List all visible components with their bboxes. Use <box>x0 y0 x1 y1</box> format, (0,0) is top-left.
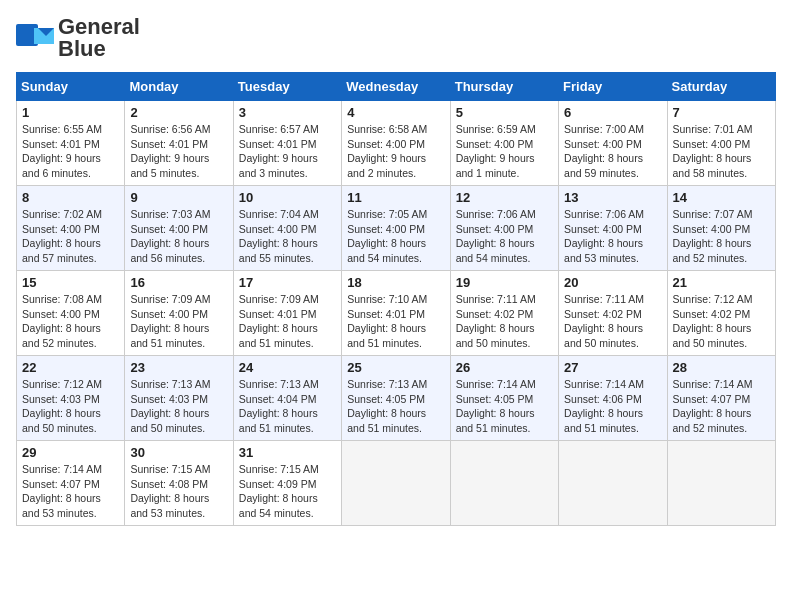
calendar-cell: 28Sunrise: 7:14 AM Sunset: 4:07 PM Dayli… <box>667 356 775 441</box>
day-number: 5 <box>456 105 553 120</box>
day-number: 19 <box>456 275 553 290</box>
calendar-week-row: 22Sunrise: 7:12 AM Sunset: 4:03 PM Dayli… <box>17 356 776 441</box>
day-info: Sunrise: 7:00 AM Sunset: 4:00 PM Dayligh… <box>564 122 661 181</box>
day-number: 25 <box>347 360 444 375</box>
logo-icon <box>16 24 54 52</box>
day-number: 11 <box>347 190 444 205</box>
calendar-week-row: 29Sunrise: 7:14 AM Sunset: 4:07 PM Dayli… <box>17 441 776 526</box>
calendar-cell <box>559 441 667 526</box>
day-info: Sunrise: 7:13 AM Sunset: 4:03 PM Dayligh… <box>130 377 227 436</box>
day-number: 22 <box>22 360 119 375</box>
calendar-cell: 13Sunrise: 7:06 AM Sunset: 4:00 PM Dayli… <box>559 186 667 271</box>
day-number: 13 <box>564 190 661 205</box>
day-number: 18 <box>347 275 444 290</box>
day-info: Sunrise: 7:05 AM Sunset: 4:00 PM Dayligh… <box>347 207 444 266</box>
calendar-cell: 8Sunrise: 7:02 AM Sunset: 4:00 PM Daylig… <box>17 186 125 271</box>
calendar-cell: 31Sunrise: 7:15 AM Sunset: 4:09 PM Dayli… <box>233 441 341 526</box>
calendar-cell: 16Sunrise: 7:09 AM Sunset: 4:00 PM Dayli… <box>125 271 233 356</box>
day-info: Sunrise: 6:59 AM Sunset: 4:00 PM Dayligh… <box>456 122 553 181</box>
calendar-cell: 10Sunrise: 7:04 AM Sunset: 4:00 PM Dayli… <box>233 186 341 271</box>
calendar-header-row: SundayMondayTuesdayWednesdayThursdayFrid… <box>17 73 776 101</box>
day-info: Sunrise: 7:15 AM Sunset: 4:08 PM Dayligh… <box>130 462 227 521</box>
day-number: 29 <box>22 445 119 460</box>
day-info: Sunrise: 7:13 AM Sunset: 4:04 PM Dayligh… <box>239 377 336 436</box>
day-number: 4 <box>347 105 444 120</box>
calendar-week-row: 1Sunrise: 6:55 AM Sunset: 4:01 PM Daylig… <box>17 101 776 186</box>
day-info: Sunrise: 7:01 AM Sunset: 4:00 PM Dayligh… <box>673 122 770 181</box>
day-info: Sunrise: 7:13 AM Sunset: 4:05 PM Dayligh… <box>347 377 444 436</box>
calendar-cell: 6Sunrise: 7:00 AM Sunset: 4:00 PM Daylig… <box>559 101 667 186</box>
col-header-sunday: Sunday <box>17 73 125 101</box>
calendar-cell: 5Sunrise: 6:59 AM Sunset: 4:00 PM Daylig… <box>450 101 558 186</box>
day-info: Sunrise: 7:07 AM Sunset: 4:00 PM Dayligh… <box>673 207 770 266</box>
calendar-week-row: 15Sunrise: 7:08 AM Sunset: 4:00 PM Dayli… <box>17 271 776 356</box>
day-info: Sunrise: 7:14 AM Sunset: 4:06 PM Dayligh… <box>564 377 661 436</box>
calendar-cell: 1Sunrise: 6:55 AM Sunset: 4:01 PM Daylig… <box>17 101 125 186</box>
day-number: 20 <box>564 275 661 290</box>
col-header-thursday: Thursday <box>450 73 558 101</box>
day-number: 24 <box>239 360 336 375</box>
logo-blue: Blue <box>58 36 106 61</box>
day-number: 17 <box>239 275 336 290</box>
calendar-cell: 2Sunrise: 6:56 AM Sunset: 4:01 PM Daylig… <box>125 101 233 186</box>
calendar-cell <box>667 441 775 526</box>
day-info: Sunrise: 7:14 AM Sunset: 4:07 PM Dayligh… <box>22 462 119 521</box>
day-info: Sunrise: 7:04 AM Sunset: 4:00 PM Dayligh… <box>239 207 336 266</box>
day-info: Sunrise: 7:12 AM Sunset: 4:03 PM Dayligh… <box>22 377 119 436</box>
calendar-cell: 18Sunrise: 7:10 AM Sunset: 4:01 PM Dayli… <box>342 271 450 356</box>
day-info: Sunrise: 7:06 AM Sunset: 4:00 PM Dayligh… <box>456 207 553 266</box>
page-header: General Blue <box>16 16 776 60</box>
col-header-tuesday: Tuesday <box>233 73 341 101</box>
calendar-cell: 23Sunrise: 7:13 AM Sunset: 4:03 PM Dayli… <box>125 356 233 441</box>
calendar-cell: 3Sunrise: 6:57 AM Sunset: 4:01 PM Daylig… <box>233 101 341 186</box>
col-header-friday: Friday <box>559 73 667 101</box>
day-info: Sunrise: 7:02 AM Sunset: 4:00 PM Dayligh… <box>22 207 119 266</box>
day-number: 12 <box>456 190 553 205</box>
day-number: 7 <box>673 105 770 120</box>
col-header-monday: Monday <box>125 73 233 101</box>
day-number: 26 <box>456 360 553 375</box>
calendar-cell: 11Sunrise: 7:05 AM Sunset: 4:00 PM Dayli… <box>342 186 450 271</box>
day-number: 28 <box>673 360 770 375</box>
day-info: Sunrise: 7:11 AM Sunset: 4:02 PM Dayligh… <box>456 292 553 351</box>
day-info: Sunrise: 7:11 AM Sunset: 4:02 PM Dayligh… <box>564 292 661 351</box>
calendar-cell: 4Sunrise: 6:58 AM Sunset: 4:00 PM Daylig… <box>342 101 450 186</box>
day-number: 2 <box>130 105 227 120</box>
day-number: 30 <box>130 445 227 460</box>
calendar-cell <box>342 441 450 526</box>
day-info: Sunrise: 7:14 AM Sunset: 4:07 PM Dayligh… <box>673 377 770 436</box>
col-header-wednesday: Wednesday <box>342 73 450 101</box>
calendar-cell: 19Sunrise: 7:11 AM Sunset: 4:02 PM Dayli… <box>450 271 558 356</box>
day-number: 9 <box>130 190 227 205</box>
day-info: Sunrise: 7:09 AM Sunset: 4:01 PM Dayligh… <box>239 292 336 351</box>
calendar-cell: 20Sunrise: 7:11 AM Sunset: 4:02 PM Dayli… <box>559 271 667 356</box>
calendar-cell: 25Sunrise: 7:13 AM Sunset: 4:05 PM Dayli… <box>342 356 450 441</box>
calendar-cell: 27Sunrise: 7:14 AM Sunset: 4:06 PM Dayli… <box>559 356 667 441</box>
day-info: Sunrise: 6:56 AM Sunset: 4:01 PM Dayligh… <box>130 122 227 181</box>
day-info: Sunrise: 7:15 AM Sunset: 4:09 PM Dayligh… <box>239 462 336 521</box>
day-info: Sunrise: 7:03 AM Sunset: 4:00 PM Dayligh… <box>130 207 227 266</box>
day-info: Sunrise: 7:14 AM Sunset: 4:05 PM Dayligh… <box>456 377 553 436</box>
col-header-saturday: Saturday <box>667 73 775 101</box>
day-number: 10 <box>239 190 336 205</box>
calendar-cell <box>450 441 558 526</box>
day-number: 1 <box>22 105 119 120</box>
calendar-cell: 7Sunrise: 7:01 AM Sunset: 4:00 PM Daylig… <box>667 101 775 186</box>
day-number: 27 <box>564 360 661 375</box>
day-info: Sunrise: 7:06 AM Sunset: 4:00 PM Dayligh… <box>564 207 661 266</box>
calendar-cell: 15Sunrise: 7:08 AM Sunset: 4:00 PM Dayli… <box>17 271 125 356</box>
calendar-cell: 21Sunrise: 7:12 AM Sunset: 4:02 PM Dayli… <box>667 271 775 356</box>
day-number: 16 <box>130 275 227 290</box>
calendar-cell: 12Sunrise: 7:06 AM Sunset: 4:00 PM Dayli… <box>450 186 558 271</box>
day-number: 6 <box>564 105 661 120</box>
calendar-cell: 30Sunrise: 7:15 AM Sunset: 4:08 PM Dayli… <box>125 441 233 526</box>
day-info: Sunrise: 7:09 AM Sunset: 4:00 PM Dayligh… <box>130 292 227 351</box>
day-info: Sunrise: 7:10 AM Sunset: 4:01 PM Dayligh… <box>347 292 444 351</box>
day-number: 14 <box>673 190 770 205</box>
calendar-cell: 24Sunrise: 7:13 AM Sunset: 4:04 PM Dayli… <box>233 356 341 441</box>
logo: General Blue <box>16 16 140 60</box>
day-info: Sunrise: 6:57 AM Sunset: 4:01 PM Dayligh… <box>239 122 336 181</box>
calendar-cell: 17Sunrise: 7:09 AM Sunset: 4:01 PM Dayli… <box>233 271 341 356</box>
day-info: Sunrise: 7:12 AM Sunset: 4:02 PM Dayligh… <box>673 292 770 351</box>
calendar-cell: 9Sunrise: 7:03 AM Sunset: 4:00 PM Daylig… <box>125 186 233 271</box>
